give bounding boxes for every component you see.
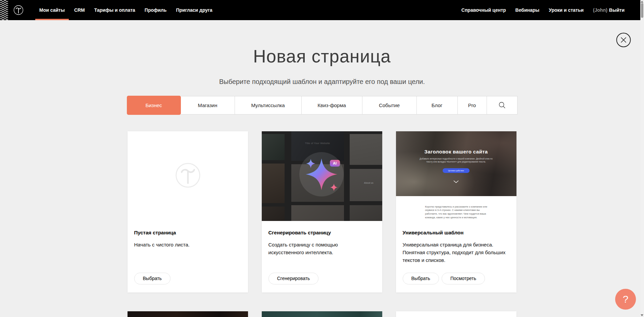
nav-item-crm[interactable]: CRM — [69, 0, 90, 20]
tab-event[interactable]: Событие — [362, 96, 417, 115]
scroll-down-arrow-icon[interactable] — [641, 314, 643, 316]
topbar-left-nav: Мои сайты CRM Тарифы и оплата Профиль Пр… — [35, 0, 217, 20]
card-body: Сгенерировать страницу Создать страницу … — [262, 221, 382, 257]
topbar: Мои сайты CRM Тарифы и оплата Профиль Пр… — [0, 0, 644, 20]
card-title: Сгенерировать страницу — [268, 230, 376, 235]
card-description: Универсальная страница для бизнеса. Поня… — [403, 241, 510, 264]
scrollbar[interactable] — [640, 0, 644, 317]
tilda-watermark-icon — [172, 160, 204, 191]
card-preview-partial[interactable] — [262, 311, 382, 317]
scroll-up-arrow-icon[interactable] — [641, 1, 643, 3]
choose-button[interactable]: Выбрать — [403, 273, 439, 284]
nav-item-help-center[interactable]: Справочный центр — [457, 0, 511, 20]
view-button[interactable]: Посмотреть — [442, 273, 485, 284]
template-body-thumbnail: Коротко представьтесь и расскажите о ком… — [396, 196, 516, 220]
card-buttons: Выбрать Посмотреть — [403, 273, 485, 284]
nav-item-profile[interactable]: Профиль — [140, 0, 171, 20]
template-body-text: Коротко представьтесь и расскажите о ком… — [425, 205, 492, 220]
tab-pro[interactable]: Pro — [458, 96, 487, 115]
tab-business[interactable]: Бизнес — [127, 96, 181, 115]
help-button[interactable]: ? — [615, 289, 636, 310]
card-preview-partial[interactable] — [396, 311, 516, 317]
template-hero-thumbnail: Заголовок вашего сайта Добавьте интересн… — [396, 131, 516, 196]
nav-item-webinars[interactable]: Вебинары — [511, 0, 544, 20]
card-body: Универсальный шаблон Универсальная стран… — [396, 221, 516, 264]
card-description: Начать с чистого листа. — [134, 241, 241, 248]
template-hero-subtitle: Добавьте интересные подробности о вашей … — [417, 157, 496, 164]
blank-page-preview — [128, 131, 248, 221]
search-tab[interactable] — [487, 96, 517, 115]
nav-item-invite-friend[interactable]: Пригласи друга — [171, 0, 217, 20]
scrollbar-thumb[interactable] — [641, 3, 643, 18]
close-button[interactable] — [616, 33, 631, 47]
chevron-down-icon — [453, 180, 459, 183]
card-buttons: Сгенерировать — [268, 273, 319, 284]
card-preview-partial[interactable] — [128, 311, 248, 317]
tab-shop[interactable]: Магазин — [181, 96, 235, 115]
logout-label: Выйти — [609, 7, 625, 13]
user-name: (John) — [593, 7, 607, 13]
card-blank-page: Пустая страница Начать с чистого листа. … — [128, 131, 248, 292]
collage-dim-overlay — [262, 131, 382, 221]
template-cards-row: Пустая страница Начать с чистого листа. … — [128, 131, 517, 292]
ai-collage-preview: Title of Your Website About us — [262, 131, 382, 221]
nav-item-lessons[interactable]: Уроки и статьи — [544, 0, 588, 20]
zigzag-pattern-decoration — [0, 0, 8, 20]
nav-item-my-sites[interactable]: Мои сайты — [35, 0, 69, 20]
new-page-dialog: Новая страница Выберите подходящий шабло… — [0, 46, 644, 317]
template-cta-button: Целевое действие — [443, 168, 469, 173]
card-universal-template: Заголовок вашего сайта Добавьте интересн… — [396, 131, 516, 292]
tab-quiz-form[interactable]: Квиз-форма — [302, 96, 362, 115]
card-description: Создать страницу с помощью искусственног… — [268, 241, 352, 257]
page-subtitle: Выберите подходящий шаблон и адаптируйте… — [0, 78, 644, 86]
next-templates-row — [128, 311, 517, 317]
ai-badge: AI — [330, 160, 340, 167]
card-buttons: Выбрать — [134, 273, 170, 284]
search-icon — [498, 101, 506, 109]
tilda-logo-icon[interactable] — [12, 4, 24, 16]
nav-item-logout[interactable]: (John) Выйти — [588, 0, 629, 20]
generate-button[interactable]: Сгенерировать — [268, 273, 319, 284]
card-title: Универсальный шаблон — [403, 230, 510, 235]
template-category-tabs: Бизнес Магазин Мультиссылка Квиз-форма С… — [127, 96, 517, 115]
page-title: Новая страница — [0, 46, 644, 67]
card-ai-generate: Title of Your Website About us — [262, 131, 382, 292]
topbar-right-nav: Справочный центр Вебинары Уроки и статьи… — [457, 0, 644, 20]
tab-blog[interactable]: Блог — [417, 96, 458, 115]
choose-button[interactable]: Выбрать — [134, 273, 170, 284]
card-body: Пустая страница Начать с чистого листа. — [128, 221, 248, 248]
nav-item-tariffs[interactable]: Тарифы и оплата — [90, 0, 140, 20]
universal-template-preview: Заголовок вашего сайта Добавьте интересн… — [396, 131, 516, 221]
template-hero-title: Заголовок вашего сайта — [424, 149, 488, 154]
close-icon — [616, 33, 631, 47]
card-title: Пустая страница — [134, 230, 241, 235]
tab-multilink[interactable]: Мультиссылка — [235, 96, 302, 115]
